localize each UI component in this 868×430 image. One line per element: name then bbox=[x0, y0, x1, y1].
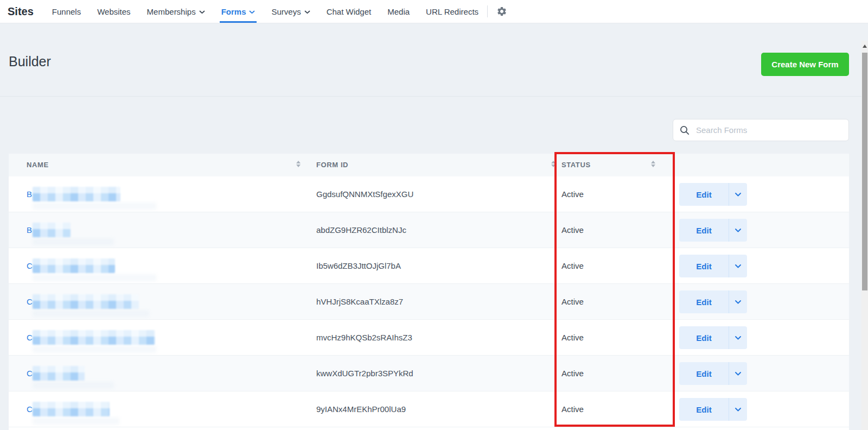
edit-dropdown-caret[interactable] bbox=[729, 362, 747, 385]
table-row: C mvcHz9hKQSb2sRAIhsZ3 Active Edit bbox=[9, 320, 849, 356]
status-cell: Active bbox=[561, 356, 584, 391]
nav-item-label: Forms bbox=[221, 7, 246, 16]
edit-button-label[interactable]: Edit bbox=[679, 290, 729, 313]
edit-dropdown-caret[interactable] bbox=[729, 255, 747, 277]
nav-item-chat-widget[interactable]: Chat Widget bbox=[327, 0, 372, 23]
status-cell: Active bbox=[561, 391, 584, 427]
table-row: C Ib5w6dZB3JttOJjGl7bA Active Edit bbox=[9, 248, 849, 284]
form-name-link[interactable]: C bbox=[27, 356, 33, 391]
edit-button-label[interactable]: Edit bbox=[679, 326, 729, 349]
form-id-cell: mvcHz9hKQSb2sRAIhsZ3 bbox=[316, 320, 412, 355]
name-redaction-smear bbox=[33, 346, 156, 353]
nav-item-label: URL Redirects bbox=[426, 7, 478, 16]
edit-dropdown-caret[interactable] bbox=[729, 326, 747, 349]
edit-dropdown-caret[interactable] bbox=[729, 290, 747, 313]
edit-dropdown-caret[interactable] bbox=[729, 219, 747, 242]
edit-button-label[interactable]: Edit bbox=[679, 219, 729, 242]
form-name-link[interactable]: B bbox=[27, 212, 32, 248]
column-header-status[interactable]: STATUS bbox=[561, 154, 591, 176]
table-row: C 9yIANx4MrEKhPr00lUa9 Active Edit bbox=[9, 391, 849, 427]
nav-right bbox=[487, 0, 507, 23]
sort-icon-status[interactable] bbox=[651, 161, 655, 169]
name-redaction-blur bbox=[33, 366, 85, 381]
edit-button-label[interactable]: Edit bbox=[679, 362, 729, 385]
edit-split-button[interactable]: Edit bbox=[679, 219, 747, 242]
nav-item-websites[interactable]: Websites bbox=[97, 0, 130, 23]
column-header-name[interactable]: NAME bbox=[27, 154, 49, 176]
edit-split-button[interactable]: Edit bbox=[679, 290, 747, 313]
edit-dropdown-caret[interactable] bbox=[729, 398, 747, 421]
app-window: Sites Funnels Websites Memberships Forms… bbox=[0, 0, 868, 430]
form-name-initial: B bbox=[27, 189, 32, 199]
nav-item-label: Chat Widget bbox=[327, 7, 372, 16]
nav-item-forms[interactable]: Forms bbox=[221, 0, 256, 23]
form-name-initial: C bbox=[27, 297, 33, 306]
nav-item-url-redirects[interactable]: URL Redirects bbox=[426, 0, 478, 23]
forms-table: NAME FORM ID STATUS B GgdsufQNNMXtSfgexX… bbox=[9, 154, 849, 430]
gear-icon[interactable] bbox=[496, 6, 507, 17]
status-cell: Active bbox=[561, 176, 584, 212]
edit-button-label[interactable]: Edit bbox=[679, 183, 729, 206]
form-id-cell: GgdsufQNNMXtSfgexXGU bbox=[316, 176, 413, 212]
nav-divider bbox=[487, 5, 488, 17]
scrollbar-thumb[interactable] bbox=[862, 53, 867, 290]
sort-icon-form-id[interactable] bbox=[551, 161, 556, 169]
form-name-initial: C bbox=[27, 261, 33, 270]
table-row: B GgdsufQNNMXtSfgexXGU Active Edit bbox=[9, 176, 849, 212]
form-name-link[interactable]: C bbox=[27, 391, 33, 427]
nav-item-label: Media bbox=[387, 7, 410, 16]
page-title: Builder bbox=[9, 54, 51, 69]
edit-split-button[interactable]: Edit bbox=[679, 362, 747, 385]
table-row: C kwwXdUGTr2pbr3SPYkRd Active Edit bbox=[9, 356, 849, 391]
form-name-link[interactable]: C bbox=[27, 320, 33, 355]
form-name-link[interactable]: C bbox=[27, 284, 33, 319]
nav-item-label: Websites bbox=[97, 7, 130, 16]
search-forms-input[interactable] bbox=[696, 125, 842, 135]
form-name-initial: B bbox=[27, 225, 32, 235]
edit-split-button[interactable]: Edit bbox=[679, 183, 747, 206]
nav-item-label: Memberships bbox=[147, 7, 196, 16]
scrollbar-up-arrow-icon[interactable] bbox=[861, 43, 868, 49]
search-forms-box bbox=[673, 119, 849, 141]
form-name-link[interactable]: C bbox=[27, 248, 33, 283]
nav-item-funnels[interactable]: Funnels bbox=[52, 0, 81, 23]
form-name-initial: C bbox=[27, 333, 33, 342]
status-cell: Active bbox=[561, 320, 584, 355]
edit-split-button[interactable]: Edit bbox=[679, 398, 747, 421]
form-name-link[interactable]: B bbox=[27, 176, 32, 212]
edit-dropdown-caret[interactable] bbox=[729, 183, 747, 206]
nav-item-media[interactable]: Media bbox=[387, 0, 410, 23]
create-new-form-button[interactable]: Create New Form bbox=[761, 53, 849, 76]
edit-button-label[interactable]: Edit bbox=[679, 255, 729, 277]
nav-item-memberships[interactable]: Memberships bbox=[147, 0, 205, 23]
column-header-form-id[interactable]: FORM ID bbox=[316, 154, 348, 176]
brand-sites[interactable]: Sites bbox=[8, 0, 34, 23]
table-row: C hVHJrjS8KcaaTXlza8z7 Active Edit bbox=[9, 284, 849, 320]
sort-icon-name[interactable] bbox=[296, 161, 301, 169]
edit-button-label[interactable]: Edit bbox=[679, 398, 729, 421]
form-name-initial: C bbox=[27, 404, 33, 414]
name-redaction-blur bbox=[33, 330, 155, 345]
chevron-down-icon bbox=[249, 10, 255, 14]
section-divider bbox=[0, 96, 868, 97]
form-id-cell: 9yIANx4MrEKhPr00lUa9 bbox=[316, 391, 406, 427]
table-row-partial bbox=[9, 427, 849, 430]
chevron-down-icon bbox=[199, 10, 205, 14]
edit-split-button[interactable]: Edit bbox=[679, 255, 747, 277]
form-id-cell: abdZG9HZR62CItblzNJc bbox=[316, 212, 406, 248]
nav-items: Funnels Websites Memberships Forms Surve… bbox=[52, 0, 478, 23]
table-body: B GgdsufQNNMXtSfgexXGU Active Edit B abd… bbox=[9, 176, 849, 427]
form-name-initial: C bbox=[27, 369, 33, 378]
table-header: NAME FORM ID STATUS bbox=[9, 154, 849, 176]
name-redaction-smear bbox=[33, 203, 156, 210]
name-redaction-smear bbox=[33, 382, 114, 389]
table-row: B abdZG9HZR62CItblzNJc Active Edit bbox=[9, 212, 849, 248]
edit-split-button[interactable]: Edit bbox=[679, 326, 747, 349]
name-redaction-blur bbox=[33, 223, 71, 237]
name-redaction-smear bbox=[33, 418, 119, 425]
name-redaction-blur bbox=[33, 258, 115, 273]
nav-item-surveys[interactable]: Surveys bbox=[271, 0, 310, 23]
vertical-scrollbar[interactable] bbox=[861, 41, 868, 430]
status-cell: Active bbox=[561, 212, 584, 248]
form-id-cell: Ib5w6dZB3JttOJjGl7bA bbox=[316, 248, 401, 283]
